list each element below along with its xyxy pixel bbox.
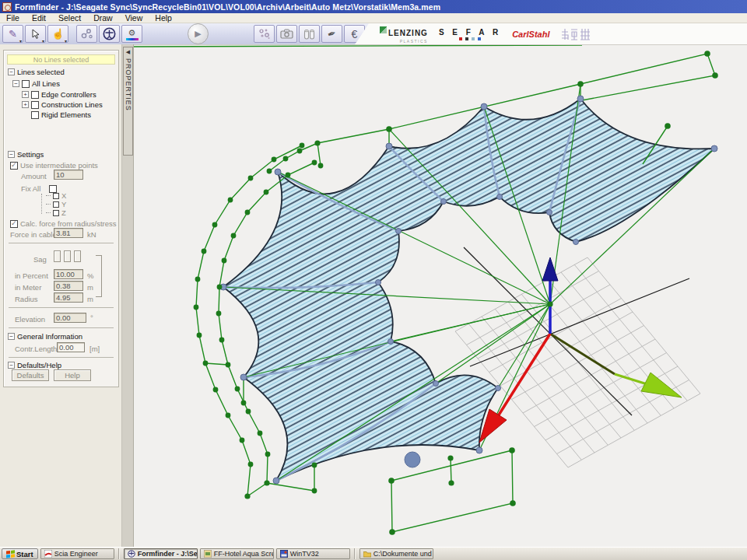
pencil-icon: ✎ [9, 28, 17, 40]
edge-controllers-checkbox[interactable] [31, 91, 39, 99]
membrane-surface[interactable] [223, 99, 714, 481]
collapse-lines-selected[interactable]: − [8, 68, 15, 75]
properties-panel: No Lines selected − Lines selected − All… [0, 44, 122, 547]
formfinder-man-button[interactable] [99, 25, 120, 43]
point-select-button[interactable]: ☝ ▾ [47, 25, 68, 43]
play-button[interactable]: ▶ [188, 23, 209, 44]
radius-label: Radius [15, 295, 38, 303]
construction-lines-checkbox[interactable] [31, 101, 39, 109]
viewport-3d[interactable] [134, 44, 747, 547]
sag-mode-button-1[interactable] [54, 250, 61, 262]
start-button[interactable]: Start [2, 548, 38, 559]
construction-lines-label: Construction Lines [41, 100, 103, 109]
rigid-elements-label: Rigid Elements [41, 110, 91, 119]
windows-flag-icon [6, 550, 14, 558]
fix-x-checkbox[interactable] [53, 193, 59, 199]
expand-edge-controllers[interactable]: + [22, 91, 29, 98]
chevron-down-icon: ▾ [19, 40, 22, 43]
radius-field[interactable]: 4.95 [54, 292, 83, 303]
properties-tab[interactable]: ◀ PROPERTIES [123, 47, 133, 156]
camera-icon [280, 29, 293, 39]
amount-field[interactable]: 10 [54, 170, 83, 180]
rigid-elements-checkbox[interactable] [31, 111, 39, 119]
contr-length-field[interactable]: 0.00 [57, 342, 85, 352]
collapse-defaults-help[interactable]: − [8, 362, 15, 369]
lenzing-mark-icon [380, 26, 387, 33]
sag-percent-unit: % [87, 271, 93, 280]
properties-panel-box: No Lines selected − Lines selected − All… [3, 50, 119, 387]
expand-construction-lines[interactable]: + [22, 101, 29, 108]
use-intermediate-label: Use intermediate points [20, 161, 98, 170]
sefar-text: S E F A R [439, 28, 501, 37]
elevation-field[interactable]: 0.00 [54, 313, 86, 323]
fix-z-checkbox[interactable] [53, 210, 59, 216]
contr-length-label: Contr.Length [15, 345, 57, 353]
airbrush-pen-icon: ✒ [326, 27, 338, 41]
play-icon: ▶ [195, 29, 201, 39]
asia-partner-logo [560, 27, 591, 41]
task-scia-engineer[interactable]: Scia Engineer [40, 548, 114, 559]
sag-meter-field[interactable]: 0.38 [54, 281, 83, 291]
edge-controllers-label: Edge Controllers [41, 90, 96, 99]
particles-button[interactable] [254, 25, 275, 43]
snapshot-button[interactable] [276, 25, 297, 43]
force-in-cable-field[interactable]: 3.81 [54, 228, 83, 238]
task-label: Scia Engineer [54, 550, 98, 558]
gear-icon: ⚙ [128, 28, 136, 38]
screenshot-file-icon [204, 550, 212, 558]
material-button[interactable] [299, 25, 320, 43]
all-lines-label: All Lines [32, 79, 60, 88]
window-title: Formfinder - J:\Seagate Sync\SyncRecycle… [15, 2, 440, 12]
sag-mode-button-3[interactable] [74, 250, 81, 262]
formfinding-button[interactable] [76, 25, 97, 43]
bubbles-icon [258, 28, 271, 40]
membrane-scene [134, 45, 747, 548]
menu-view[interactable]: View [119, 13, 149, 23]
select-cursor-button[interactable]: ▾ [25, 25, 46, 43]
task-ff-hotel-aqua[interactable]: FF-Hotel Aqua Screensh... [200, 548, 274, 559]
fix-y-label: Y [61, 200, 66, 208]
settings-gear-button[interactable]: ⚙ [121, 25, 142, 43]
lenzing-text: LENZING [388, 29, 428, 37]
task-wintv32[interactable]: WinTV32 [276, 548, 350, 559]
content-area: No Lines selected − Lines selected − All… [0, 44, 747, 547]
amount-label: Amount [21, 172, 47, 180]
cost-button[interactable]: € [344, 25, 365, 43]
help-button[interactable]: Help [54, 369, 91, 381]
use-intermediate-checkbox[interactable] [10, 162, 18, 170]
sag-bracket [96, 255, 102, 297]
vitruvian-man-icon [103, 27, 116, 40]
task-dokumente-folder[interactable]: C:\Dokumente und Einst... [359, 548, 433, 559]
sag-mode-button-2[interactable] [64, 250, 71, 262]
menu-draw[interactable]: Draw [87, 13, 119, 23]
collapse-all-lines[interactable]: − [12, 80, 19, 87]
pointing-hand-icon: ☝ [51, 28, 64, 40]
menu-select[interactable]: Select [52, 13, 87, 23]
task-formfinder[interactable]: Formfinder - J:\Seaga... [124, 548, 198, 559]
menu-file[interactable]: File [0, 13, 26, 23]
formfinder-window: Formfinder - J:\Seagate Sync\SyncRecycle… [0, 0, 747, 560]
task-label: Formfinder - J:\Seaga... [138, 550, 198, 558]
radius-unit: m [87, 295, 93, 303]
defaults-button[interactable]: Defaults [12, 369, 49, 381]
menu-edit[interactable]: Edit [26, 13, 52, 23]
toolbar: ✎ ▾ ▾ ☝ ▾ [0, 23, 369, 44]
general-info-header: General Information [17, 332, 82, 341]
settings-header: Settings [17, 150, 44, 159]
sag-percent-field[interactable]: 10.00 [54, 269, 83, 279]
detailing-button[interactable]: ✒ [321, 25, 342, 43]
calc-force-checkbox[interactable] [10, 220, 18, 228]
elevation-label2: Elevation [15, 315, 45, 324]
fix-y-checkbox[interactable] [53, 201, 59, 208]
calc-force-label: Calc. force from radius/stress [20, 219, 117, 228]
toolbar-row: ✎ ▾ ▾ ☝ ▾ [0, 23, 747, 44]
wintv-icon [280, 550, 288, 558]
all-lines-checkbox[interactable] [22, 80, 30, 88]
draw-pencil-button[interactable]: ✎ ▾ [2, 25, 23, 43]
sefar-squares [439, 37, 501, 40]
collapse-general-info[interactable]: − [8, 333, 15, 340]
panel-tab-strip: ◀ PROPERTIES [122, 44, 134, 547]
collapse-settings[interactable]: − [8, 151, 15, 158]
sag-percent-label: in Percent [15, 271, 48, 280]
menu-help[interactable]: Help [149, 13, 178, 23]
